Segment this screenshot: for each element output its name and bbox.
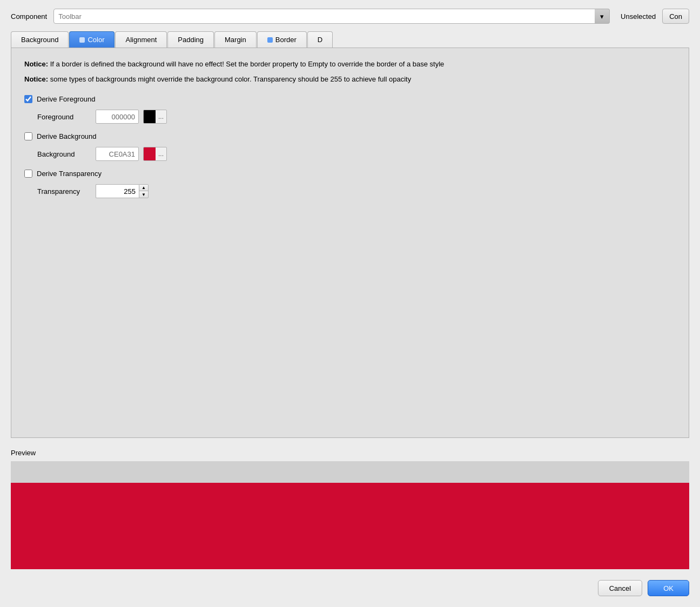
spinner-down-icon: ▼ — [142, 192, 146, 197]
tabs-row: Background Color Alignment Padding Margi… — [0, 31, 700, 48]
color-tab-icon — [79, 37, 85, 43]
preview-top-strip — [11, 461, 689, 483]
derive-transparency-label: Derive Transparency — [37, 170, 102, 178]
preview-label: Preview — [11, 449, 689, 457]
background-color-swatch — [144, 147, 156, 160]
derive-foreground-checkbox[interactable] — [24, 95, 32, 103]
preview-color-block — [11, 483, 689, 569]
transparency-label: Transparency — [37, 187, 91, 195]
component-input[interactable] — [53, 9, 610, 24]
form-section: Derive Foreground Foreground ... Derive … — [24, 95, 676, 198]
foreground-label: Foreground — [37, 113, 91, 121]
tab-color-label: Color — [88, 36, 104, 44]
content-panel: Notice: If a border is defined the backg… — [11, 48, 689, 438]
background-color-button[interactable]: ... — [143, 147, 167, 161]
tab-more-label: D — [318, 36, 322, 44]
component-button[interactable]: Con — [662, 9, 689, 24]
foreground-color-button[interactable]: ... — [143, 110, 167, 124]
spinner-up-button[interactable]: ▲ — [139, 185, 148, 191]
background-color-dots: ... — [156, 150, 166, 158]
component-dropdown-arrow[interactable]: ▾ — [595, 9, 610, 24]
tab-alignment[interactable]: Alignment — [115, 31, 167, 48]
derive-background-checkbox[interactable] — [24, 132, 32, 140]
spinner-down-button[interactable]: ▼ — [139, 191, 148, 198]
preview-section: Preview — [0, 438, 700, 569]
component-label: Component — [11, 12, 47, 21]
spinner-up-icon: ▲ — [142, 185, 146, 190]
cancel-button[interactable]: Cancel — [598, 580, 642, 596]
tab-background[interactable]: Background — [11, 31, 69, 48]
background-label: Background — [37, 150, 91, 158]
derive-transparency-row: Derive Transparency — [24, 170, 676, 178]
dialog: Component ▾ Unselected Con Background Co… — [0, 0, 700, 607]
ok-button[interactable]: OK — [648, 580, 689, 596]
border-tab-icon — [267, 37, 273, 43]
notice-1-bold: Notice: — [24, 60, 48, 68]
derive-background-label: Derive Background — [37, 132, 97, 140]
tab-margin-label: Margin — [225, 36, 246, 44]
derive-background-row: Derive Background — [24, 132, 676, 140]
foreground-field-row: Foreground ... — [37, 110, 676, 124]
tab-padding-label: Padding — [178, 36, 204, 44]
unselected-label: Unselected — [621, 12, 656, 21]
preview-container — [11, 461, 689, 569]
transparency-field-row: Transparency ▲ ▼ — [37, 184, 676, 198]
notice-1-rest: If a border is defined the background wi… — [50, 60, 445, 68]
tab-padding[interactable]: Padding — [167, 31, 214, 48]
notice-1: Notice: If a border is defined the backg… — [24, 59, 676, 70]
transparency-spinner: ▲ ▼ — [96, 184, 149, 198]
derive-foreground-label: Derive Foreground — [37, 95, 95, 103]
foreground-color-dots: ... — [156, 113, 166, 120]
notice-2: Notice: some types of backgrounds might … — [24, 74, 676, 85]
notice-2-bold: Notice: — [24, 75, 48, 83]
notice-2-rest: some types of backgrounds might override… — [50, 75, 411, 83]
tab-alignment-label: Alignment — [125, 36, 157, 44]
derive-foreground-row: Derive Foreground — [24, 95, 676, 103]
tab-color[interactable]: Color — [69, 31, 115, 48]
derive-transparency-checkbox[interactable] — [24, 170, 32, 178]
background-field-row: Background ... — [37, 147, 676, 161]
tab-border-label: Border — [275, 36, 297, 44]
transparency-input[interactable] — [96, 184, 139, 198]
footer-row: Cancel OK — [0, 569, 700, 607]
header-row: Component ▾ Unselected Con — [0, 9, 700, 31]
tab-border[interactable]: Border — [257, 31, 307, 48]
component-select-wrapper: ▾ — [53, 9, 610, 24]
tab-margin[interactable]: Margin — [214, 31, 257, 48]
tab-background-label: Background — [21, 36, 58, 44]
spinner-arrows: ▲ ▼ — [139, 184, 149, 198]
foreground-input[interactable] — [96, 110, 139, 124]
foreground-color-swatch — [144, 110, 156, 123]
background-input[interactable] — [96, 147, 139, 161]
dropdown-arrow-icon: ▾ — [600, 12, 604, 21]
tab-more[interactable]: D — [307, 31, 333, 48]
